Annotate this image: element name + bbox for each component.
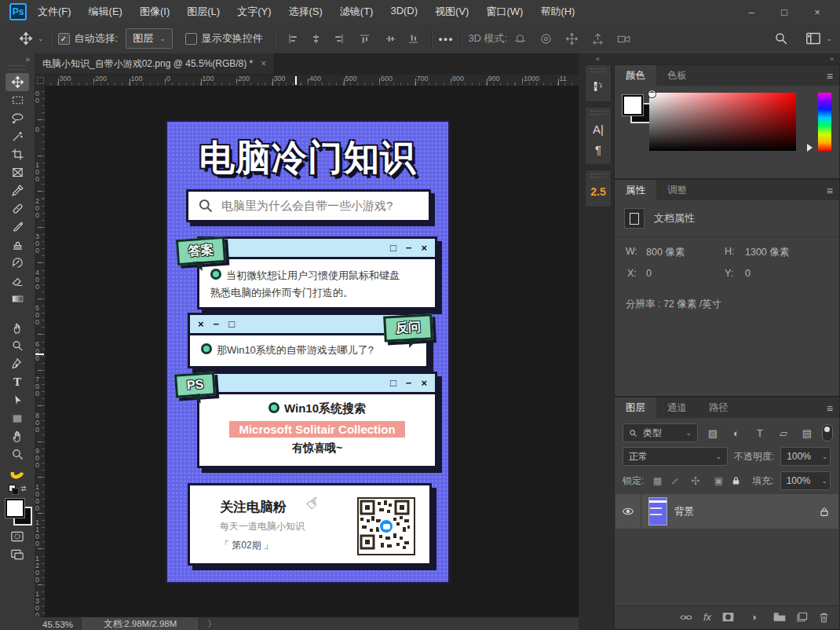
panel-menu-icon[interactable]: ≡ [827,70,833,82]
status-options-chevron[interactable]: 〉 [199,618,225,630]
lock-transparency-icon[interactable]: ▦ [650,475,664,486]
expand-panels-icon[interactable]: » [830,55,834,63]
menu-item-8[interactable]: 视图(V) [435,5,469,19]
canvas-area[interactable]: 0001002003004005006007008009001000110012… [35,86,579,617]
ruler-corner[interactable] [35,75,46,86]
layer-filter-dropdown[interactable]: 类型⌄ [623,423,698,442]
filter-shape-layers-icon[interactable]: ▱ [775,427,792,439]
3d-slide-icon[interactable] [590,31,605,46]
tab-paths[interactable]: 路径 [698,397,740,418]
fill-dropdown[interactable]: 100%⌄ [780,471,831,490]
layer-style-icon[interactable]: fx [703,611,711,623]
align-middle-vertical-icon[interactable] [384,32,397,46]
color-panel-swatches[interactable] [623,95,651,123]
new-adjustment-layer-icon[interactable]: ◑ [745,611,762,623]
poster-document[interactable]: 电脑冷门知识 电脑里为什么会自带一些小游戏? □ − × 当初微软想让用户习惯使… [165,119,451,584]
tool-preset-chevron[interactable]: ⌄ [38,35,44,42]
new-layer-icon[interactable] [797,612,808,622]
plugin-2-5-panel-icon[interactable]: 2.5 [586,181,611,202]
panel-menu-icon[interactable]: ≡ [827,402,833,415]
menu-item-7[interactable]: 3D(D) [390,5,418,19]
menu-item-5[interactable]: 选择(S) [288,5,322,19]
spot-healing-brush-tool[interactable] [5,200,29,218]
history-brush-tool[interactable] [5,254,29,272]
link-layers-icon[interactable] [680,613,692,622]
minimize-button[interactable]: – [735,6,768,18]
layer-visibility-toggle[interactable] [615,494,641,529]
document-close-icon[interactable]: × [261,58,266,69]
menu-item-1[interactable]: 编辑(E) [89,5,122,19]
tab-properties[interactable]: 属性 [615,180,656,200]
rectangle-tool[interactable] [5,409,29,427]
tab-adjustments[interactable]: 调整 [656,180,698,200]
gradient-tool[interactable] [5,290,29,308]
crop-tool[interactable] [5,145,29,163]
hue-slider-arrow[interactable] [807,144,816,152]
default-colors-icon[interactable] [7,485,27,496]
layer-row-background[interactable]: 背景 [615,494,838,529]
close-button[interactable]: × [801,6,834,18]
vertical-ruler[interactable]: 0001002003004005006007008009001000110012… [35,86,46,617]
smudge-tool[interactable] [5,319,29,337]
pen-tool[interactable] [5,355,29,373]
dodge-tool[interactable] [5,337,29,355]
zoom-tool[interactable] [5,445,29,463]
filter-type-layers-icon[interactable]: T [751,427,769,439]
filter-pixel-layers-icon[interactable]: ▨ [704,427,721,439]
glyphs-panel-icon[interactable] [586,76,611,97]
menu-item-6[interactable]: 滤镜(T) [340,5,374,19]
rectangular-marquee-tool[interactable] [5,91,29,109]
auto-select-checkbox[interactable]: ✓ [58,33,70,45]
3d-roll-icon[interactable] [539,31,553,46]
blend-mode-dropdown[interactable]: 正常⌄ [623,447,728,466]
lock-pixels-icon[interactable] [670,476,685,485]
align-center-horizontal-icon[interactable] [309,32,323,46]
screen-mode-button[interactable] [5,545,29,563]
align-top-icon[interactable] [358,32,371,46]
add-layer-mask-icon[interactable] [722,612,734,622]
eyedropper-tool[interactable] [5,181,29,200]
frame-tool[interactable] [5,163,29,181]
maximize-button[interactable]: □ [768,6,801,18]
banana-icon[interactable] [5,463,29,482]
panel-menu-icon[interactable]: ≡ [827,185,833,197]
auto-select-target-dropdown[interactable]: 图层⌄ [126,28,173,49]
3d-pan-icon[interactable] [564,31,579,46]
3d-orbit-icon[interactable] [513,31,528,46]
path-selection-tool[interactable] [5,391,29,409]
menu-item-10[interactable]: 帮助(H) [540,5,575,19]
show-transform-checkbox[interactable] [185,33,197,45]
collapse-panels-icon[interactable]: « [596,55,600,63]
layer-filter-toggle[interactable] [822,424,833,441]
menu-item-9[interactable]: 窗口(W) [486,5,523,19]
layer-thumbnail[interactable] [649,498,667,525]
document-tab[interactable]: 电脑小知识_自带小游戏02.png @ 45.5%(RGB/8) * × [35,53,275,74]
align-bottom-icon[interactable] [407,32,420,46]
zoom-level[interactable]: 45.53% [35,620,82,629]
lock-position-icon[interactable] [691,476,705,485]
lasso-tool[interactable] [5,109,29,127]
clone-stamp-tool[interactable] [5,236,29,254]
align-options-button[interactable]: ••• [439,33,455,45]
workspace-switcher-icon[interactable] [805,31,821,46]
filter-smart-objects-icon[interactable]: ▤ [798,427,816,439]
character-panel-icon[interactable]: A| [586,119,611,139]
type-tool[interactable]: T [5,373,29,391]
foreground-background-swatches[interactable] [4,499,31,526]
toolbar-expand-icon[interactable]: » [25,53,35,64]
align-left-icon[interactable] [287,32,300,46]
opacity-dropdown[interactable]: 100%⌄ [780,447,831,466]
menu-item-2[interactable]: 图像(I) [140,5,170,19]
new-group-icon[interactable] [773,612,786,622]
hue-slider[interactable] [818,93,831,151]
menu-item-3[interactable]: 图层(L) [187,5,220,19]
quick-mask-button[interactable] [5,527,29,545]
eraser-tool[interactable] [5,272,29,290]
menu-item-4[interactable]: 文字(Y) [237,5,271,19]
tab-layers[interactable]: 图层 [615,397,656,418]
tab-swatches[interactable]: 色板 [656,65,698,86]
3d-camera-icon[interactable] [616,31,631,46]
color-field[interactable] [649,93,796,151]
move-tool[interactable] [5,73,29,91]
lock-all-icon[interactable] [732,476,746,485]
